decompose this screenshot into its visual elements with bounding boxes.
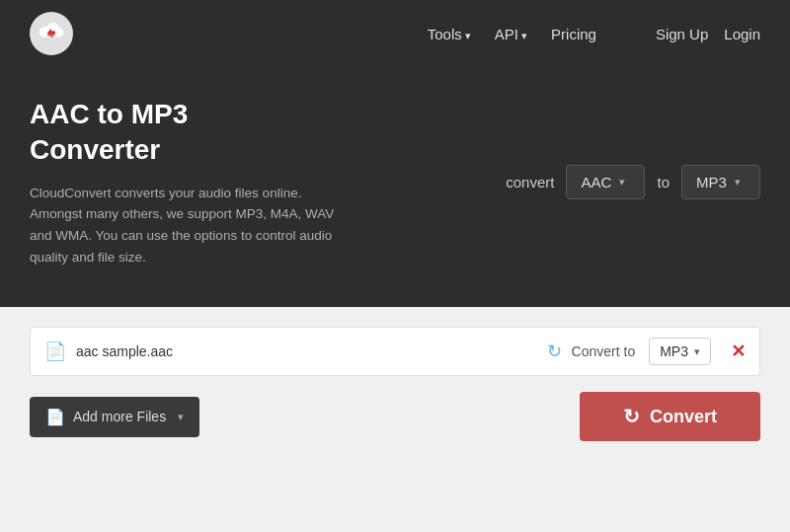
refresh-icon[interactable]: ↻ <box>547 341 562 362</box>
file-format-value: MP3 <box>660 343 688 359</box>
nav-auth: Sign Up Login <box>656 26 760 42</box>
bottom-row: 📄 Add more Files ▾ ↻ Convert <box>30 392 760 441</box>
hero-to-format-select[interactable]: MP3 ▾ <box>681 165 760 199</box>
hero-from-format-arrow: ▾ <box>619 176 625 189</box>
hero-title-line2: Converter <box>30 134 160 165</box>
file-row: 📄 aac sample.aac ↻ Convert to MP3 ▾ ✕ <box>30 327 760 376</box>
hero-text: AAC to MP3 Converter CloudConvert conver… <box>30 97 466 267</box>
file-format-dropdown[interactable]: MP3 ▾ <box>649 338 711 365</box>
convert-to-label: Convert to <box>572 343 636 359</box>
convert-label: Convert <box>650 407 717 427</box>
add-file-icon: 📄 <box>45 408 65 426</box>
navbar: Tools API Pricing Sign Up Login <box>0 0 790 67</box>
nav-login[interactable]: Login <box>724 26 760 42</box>
add-files-arrow: ▾ <box>178 411 184 423</box>
file-name: aac sample.aac <box>76 343 537 359</box>
logo-icon <box>30 12 73 55</box>
add-files-label: Add more Files <box>73 409 166 424</box>
hero-title-line1: AAC to MP3 <box>30 99 188 129</box>
hero-content: AAC to MP3 Converter CloudConvert conver… <box>0 67 790 307</box>
hero-from-format-select[interactable]: AAC ▾ <box>566 165 645 199</box>
convert-button[interactable]: ↻ Convert <box>580 392 760 441</box>
nav-api[interactable]: API <box>495 26 527 42</box>
nav-pricing[interactable]: Pricing <box>551 26 596 42</box>
hero-description: CloudConvert converts your audio files o… <box>30 183 336 267</box>
nav-links: Tools API Pricing <box>428 26 596 42</box>
nav-signup[interactable]: Sign Up <box>656 26 708 42</box>
hero-from-format-value: AAC <box>581 174 611 190</box>
file-format-arrow: ▾ <box>694 345 700 358</box>
file-icon: 📄 <box>44 341 66 362</box>
hero-to-format-value: MP3 <box>696 174 727 190</box>
convert-icon: ↻ <box>623 405 640 428</box>
nav-tools[interactable]: Tools <box>428 26 471 42</box>
hero-convert-label: convert <box>506 174 554 190</box>
main-area: 📄 aac sample.aac ↻ Convert to MP3 ▾ ✕ 📄 … <box>0 307 790 485</box>
add-files-button[interactable]: 📄 Add more Files ▾ <box>30 397 199 437</box>
hero-title: AAC to MP3 Converter <box>30 97 466 169</box>
close-file-button[interactable]: ✕ <box>731 341 746 362</box>
hero-to-format-arrow: ▾ <box>735 176 741 189</box>
logo[interactable] <box>30 12 73 55</box>
hero-to-label: to <box>657 174 670 190</box>
hero-converter: convert AAC ▾ to MP3 ▾ <box>506 165 760 199</box>
